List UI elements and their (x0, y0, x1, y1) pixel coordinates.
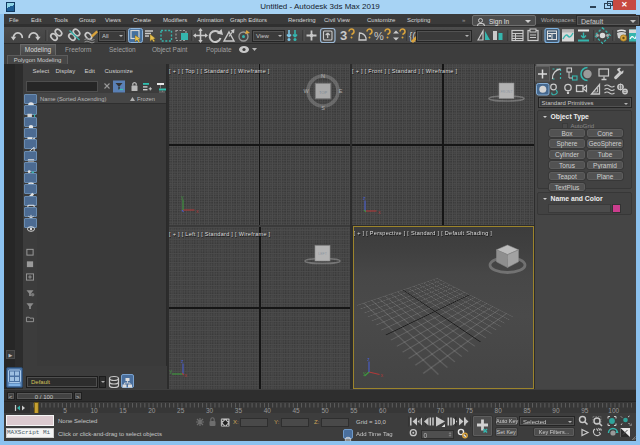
svg-text:z: z (367, 356, 370, 362)
svg-text:TOP: TOP (319, 90, 327, 95)
svg-text:z: z (363, 194, 366, 200)
svg-text:W: W (303, 88, 309, 94)
svg-text:S: S (321, 105, 325, 111)
svg-text:y: y (169, 368, 172, 374)
svg-text:x: x (381, 372, 384, 378)
svg-text:3: 3 (340, 28, 347, 43)
svg-text:x: x (184, 372, 187, 378)
svg-text:FRONT: FRONT (500, 90, 513, 94)
svg-text:N: N (321, 73, 325, 79)
svg-text:x: x (196, 208, 199, 214)
svg-text:E: E (339, 88, 343, 94)
svg-text:LEFT: LEFT (318, 252, 327, 256)
svg-text:y: y (181, 194, 184, 200)
svg-text:z: z (181, 358, 184, 364)
svg-text:%: % (374, 30, 384, 42)
svg-text:x: x (378, 208, 381, 214)
